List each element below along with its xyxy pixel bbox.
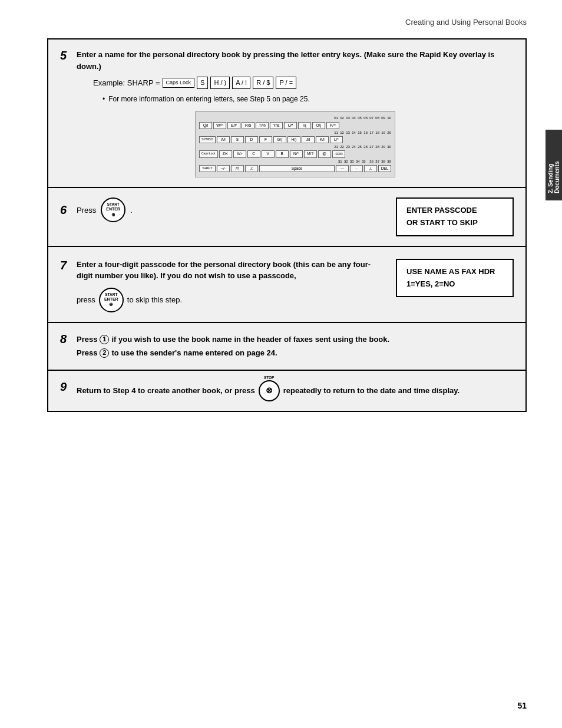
step-7-inline: 7 Enter a four-digit passcode for the pe…	[60, 259, 384, 312]
step-6-layout: 6 Press START ENTER ⊕ . ENTER PASSCODE O…	[60, 197, 514, 236]
key-p: P / =	[276, 77, 296, 89]
key-capslk: Caps Lock	[163, 78, 195, 88]
circle-2: 2	[100, 348, 109, 358]
key-a: A / I	[232, 77, 250, 89]
page-header: Creating and Using Personal Books	[0, 0, 562, 32]
header-title: Creating and Using Personal Books	[405, 18, 527, 27]
lcd-line2-s7: 1=YES, 2=NO	[406, 278, 503, 291]
page-number: 51	[517, 701, 527, 710]
circle-1: 1	[100, 335, 109, 344]
step-7-left: 7 Enter a four-digit passcode for the pe…	[60, 259, 384, 312]
key-r: R / $	[253, 77, 273, 89]
lcd-line1-s7: USE NAME AS FAX HDR	[406, 266, 503, 278]
start-enter-button-step7[interactable]: START ENTER ⊕	[99, 288, 124, 312]
step-7-lcd: USE NAME AS FAX HDR 1=YES, 2=NO	[396, 259, 514, 298]
step-9-text: Return to Step 4 to create another book,…	[77, 380, 459, 401]
lcd-line2: OR START TO SKIP	[406, 217, 503, 229]
step-9-row: 9 Return to Step 4 to create another boo…	[48, 371, 525, 411]
step-9-header: 9 Return to Step 4 to create another boo…	[60, 380, 514, 401]
stop-button[interactable]: ⊗	[259, 380, 280, 401]
step-8-number: 8	[60, 332, 72, 346]
key-h: H / )	[210, 77, 230, 89]
step-5-text: Enter a name for the personal directory …	[77, 49, 514, 177]
step-6-period: .	[130, 205, 133, 216]
step-6-row: 6 Press START ENTER ⊕ . ENTER PASSCODE O…	[48, 188, 525, 247]
step-8-header: 8 Press 1 if you wish to use the book na…	[60, 332, 514, 360]
side-tab: 2. Sending Documents	[546, 130, 562, 200]
step-7-layout: 7 Enter a four-digit passcode for the pe…	[60, 259, 514, 312]
step-5-header: 5 Enter a name for the personal director…	[60, 49, 514, 177]
step-6-press: Press	[77, 205, 96, 216]
step-5-example: Example: SHARP = Caps Lock S H / ) A / I…	[93, 77, 514, 89]
step-6-lcd: ENTER PASSCODE OR START TO SKIP	[396, 197, 514, 236]
step-9-number: 9	[60, 380, 72, 394]
stop-label-small: STOP	[264, 374, 275, 381]
kb-row-1: Q/I W/= E/# R/$ T/% Y/& U/* I/( O/) P/=	[199, 122, 391, 129]
page-footer: 51	[517, 701, 527, 710]
step-8-row: 8 Press 1 if you wish to use the book na…	[48, 323, 525, 371]
kb-row-2: SYMBO A/I S D F G/( H/) J/I K/I L/*	[199, 136, 391, 143]
step-7-row: 7 Enter a four-digit passcode for the pe…	[48, 247, 525, 323]
keyboard-diagram: 01 02 03 04 05 06 07 08 09 10 Q/I W/= E/…	[195, 111, 395, 178]
step-6-number: 6	[60, 203, 72, 217]
step-5-number: 5	[60, 49, 72, 62]
kb-row-4: SHIFT ~/· //\ ,/: Space — - ,/. DEL	[199, 165, 391, 172]
key-s: S	[197, 77, 208, 89]
step-7-text: Enter a four-digit passcode for the pers…	[77, 259, 384, 312]
step-6-left: 6 Press START ENTER ⊕ .	[60, 197, 384, 222]
start-enter-button[interactable]: START ENTER ⊕	[101, 197, 125, 222]
step-7-number: 7	[60, 259, 72, 272]
step-5-bullet: • For more information on entering lette…	[103, 94, 514, 104]
step-5-row: 5 Enter a name for the personal director…	[48, 39, 525, 188]
lcd-line1: ENTER PASSCODE	[406, 205, 503, 217]
main-content: 5 Enter a name for the personal director…	[47, 38, 527, 412]
kb-row-3: Caps Lock Z/< X/> C V B N/* M/? @ .com	[199, 150, 391, 157]
step-8-content: Press 1 if you wish to use the book name…	[77, 332, 389, 360]
